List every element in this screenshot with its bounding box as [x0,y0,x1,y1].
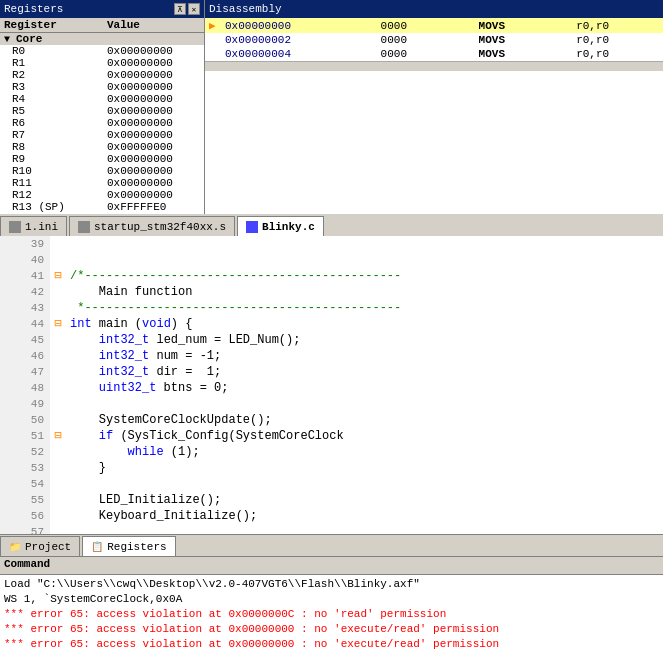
line-content: int32_t led_num = LED_Num(); [66,332,300,348]
file-tab[interactable]: Blinky.c [237,216,324,236]
register-value: 0x00000000 [103,57,204,69]
code-line: 49 [0,396,663,412]
bottom-tabs: 📁Project📋Registers [0,534,663,556]
dis-operand: r0,r0 [560,18,663,33]
disassembly-title: Disassembly [209,3,282,15]
pin-button[interactable]: ⊼ [174,3,186,15]
file-icon [9,221,21,233]
registers-table: Register Value ▼ Core R00x00000000R10x00… [0,18,204,214]
command-line: WS 1, `SystemCoreClock,0x0A [4,592,659,607]
dis-addr: 0x00000000 [221,18,365,33]
line-content: Main function [66,284,192,300]
line-content: Keyboard_Initialize(); [66,508,257,524]
col-register: Register [0,18,103,33]
command-line: *** error 65: access violation at 0x0000… [4,637,659,652]
line-number: 50 [0,412,50,428]
titlebar-buttons: ⊼ ✕ [174,3,200,15]
line-number: 52 [0,444,50,460]
command-panel: Command Load "C:\\Users\\cwq\\Desktop\\v… [0,556,663,666]
registers-panel: Registers ⊼ ✕ Register Value [0,0,205,214]
line-content: uint32_t btns = 0; [66,380,228,396]
close-button[interactable]: ✕ [188,3,200,15]
register-row: R90x00000000 [0,153,204,165]
line-content: } [66,460,106,476]
line-number: 49 [0,396,50,412]
line-content: /*--------------------------------------… [66,268,401,284]
disassembly-table: ▶0x000000000000MOVSr0,r00x000000020000MO… [205,18,663,61]
register-row: R10x00000000 [0,57,204,69]
register-name: R10 [0,165,103,177]
register-value: 0x00000000 [103,177,204,189]
register-row: R120x00000000 [0,189,204,201]
registers-title: Registers [4,3,63,15]
register-row: R20x00000000 [0,69,204,81]
tabs-bar: 1.inistartup_stm32f40xx.sBlinky.c [0,214,663,236]
register-value: 0x00000000 [103,153,204,165]
register-value: 0x00000000 [103,45,204,57]
line-number: 54 [0,476,50,492]
tab-label: Blinky.c [262,221,315,233]
bottom-tab-project[interactable]: 📁Project [0,536,80,556]
code-line: 39 [0,236,663,252]
register-row: R30x00000000 [0,81,204,93]
line-number: 42 [0,284,50,300]
file-tab[interactable]: startup_stm32f40xx.s [69,216,235,236]
line-number: 44 [0,316,50,332]
register-name: R1 [0,57,103,69]
line-number: 56 [0,508,50,524]
disassembly-row: 0x000000040000MOVSr0,r0 [205,47,663,61]
code-line: 43 *------------------------------------… [0,300,663,316]
core-label: ▼ Core [0,33,204,46]
tab-label: 1.ini [25,221,58,233]
bottom-tab-registers[interactable]: 📋Registers [82,536,175,556]
line-number: 43 [0,300,50,316]
register-name: R3 [0,81,103,93]
bottom-tab-label: Registers [107,541,166,553]
register-value: 0x00000000 [103,141,204,153]
code-line: 50 SystemCoreClockUpdate(); [0,412,663,428]
register-value: 0x00000000 [103,117,204,129]
register-value: 0xFFFFFE0 [103,201,204,213]
code-line: 44⊟int main (void) { [0,316,663,332]
line-number: 48 [0,380,50,396]
code-line: 46 int32_t num = -1; [0,348,663,364]
register-value: 0x00000000 [103,69,204,81]
command-titlebar: Command [0,557,663,575]
code-line: 51⊟ if (SysTick_Config(SystemCoreClock [0,428,663,444]
line-number: 40 [0,252,50,268]
command-line: Load "C:\\Users\\cwq\\Desktop\\v2.0-407V… [4,577,659,592]
line-number: 41 [0,268,50,284]
register-row: R50x00000000 [0,105,204,117]
register-value: 0x00000000 [103,129,204,141]
code-line: 40 [0,252,663,268]
file-tab[interactable]: 1.ini [0,216,67,236]
line-number: 45 [0,332,50,348]
dis-opcode: 0000 [365,47,455,61]
code-line: 48 uint32_t btns = 0; [0,380,663,396]
bottom-tab-label: Project [25,541,71,553]
dis-mnem: MOVS [455,33,561,47]
line-number: 39 [0,236,50,252]
dis-addr: 0x00000002 [221,33,365,47]
disassembly-hscroll[interactable] [205,61,663,71]
disassembly-titlebar: Disassembly [205,0,663,18]
register-row: R100x00000000 [0,165,204,177]
disassembly-row: 0x000000020000MOVSr0,r0 [205,33,663,47]
command-content: Load "C:\\Users\\cwq\\Desktop\\v2.0-407V… [0,575,663,666]
register-row: R80x00000000 [0,141,204,153]
code-line: 57 [0,524,663,534]
register-value: 0x00000000 [103,105,204,117]
dis-operand: r0,r0 [560,47,663,61]
register-name: R12 [0,189,103,201]
code-content: 394041⊟/*-------------------------------… [0,236,663,534]
dis-mnem: MOVS [455,47,561,61]
line-marker: ⊟ [50,428,66,444]
line-marker: ⊟ [50,268,66,284]
code-line: 53 } [0,460,663,476]
arrow-indicator [205,33,221,47]
line-content: int32_t num = -1; [66,348,221,364]
code-line: 45 int32_t led_num = LED_Num(); [0,332,663,348]
code-line: 41⊟/*-----------------------------------… [0,268,663,284]
col-value: Value [103,18,204,33]
line-number: 46 [0,348,50,364]
